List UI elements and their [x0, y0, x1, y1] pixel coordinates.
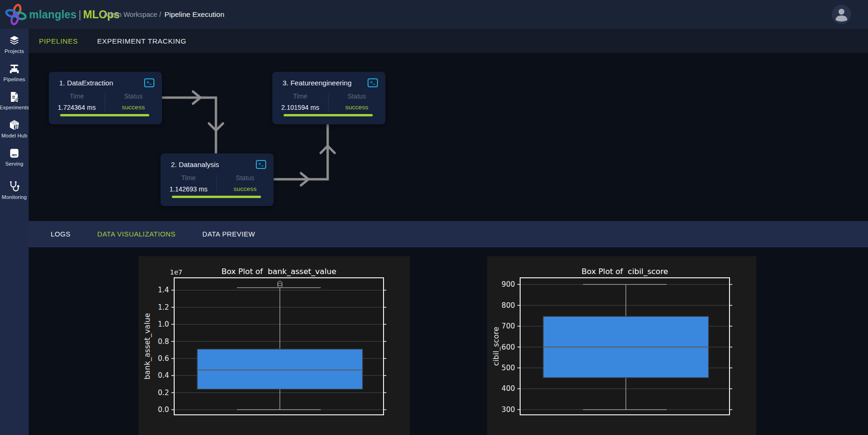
pipeline-node-dataextraction[interactable]: 1. DataExtraction >_ Time 1.724364 ms St… [49, 72, 162, 124]
brand-name: mlangles [29, 8, 77, 21]
breadcrumb: Adam Workspace / Pipeline Execution [104, 0, 224, 29]
app-screen: mlangles | MLOps Adam Workspace / Pipeli… [0, 0, 868, 435]
layers-icon [8, 35, 20, 46]
time-value: 2.101594 ms [272, 104, 328, 111]
node-title: 3. Featureengineering [283, 79, 352, 87]
detail-tab-bar: LOGS DATA VISUALIZATIONS DATA PREVIEW [29, 221, 868, 247]
document-edit-icon [8, 91, 20, 103]
pipeline-tab-bar: PIPELINES EXPERIMENT TRACKING [29, 29, 868, 53]
node-title: 1. DataExtraction [59, 79, 113, 87]
progress-bar [284, 114, 373, 116]
time-value: 1.142693 ms [161, 185, 216, 193]
svg-text:400: 400 [501, 384, 515, 393]
cube-icon [8, 119, 20, 131]
status-badge: success [216, 185, 274, 192]
sidebar-item-model-hub[interactable]: Model Hub [0, 119, 29, 138]
time-label: Time [161, 174, 216, 182]
sidebar-item-label: Monitoring [2, 194, 27, 200]
sidebar-item-monitoring[interactable]: Monitoring [0, 181, 29, 200]
progress-bar [60, 114, 149, 116]
brand-logo[interactable]: mlangles | MLOps [5, 3, 120, 26]
tab-pipelines[interactable]: PIPELINES [39, 37, 78, 45]
svg-text:1.2: 1.2 [158, 303, 169, 312]
svg-text:bank_asset_value: bank_asset_value [143, 313, 152, 380]
time-value: 1.724364 ms [49, 104, 105, 111]
user-avatar[interactable] [832, 5, 851, 24]
pipeline-canvas: 1. DataExtraction >_ Time 1.724364 ms St… [29, 53, 868, 221]
svg-text:600: 600 [501, 343, 515, 351]
sidebar-item-serving[interactable]: Serving [0, 147, 29, 167]
tab-data-visualizations[interactable]: DATA VISUALIZATIONS [97, 230, 176, 238]
svg-text:0.8: 0.8 [158, 337, 169, 346]
svg-text:Box Plot of bank_asset_value: Box Plot of bank_asset_value [222, 267, 337, 276]
svg-text:500: 500 [501, 364, 515, 372]
chart-card-cibil-score: 300400500600700800900Box Plot of cibil_s… [487, 256, 756, 435]
svg-text:0.0: 0.0 [158, 405, 169, 414]
status-label: Status [216, 174, 274, 182]
stethoscope-icon [8, 181, 20, 192]
status-badge: success [328, 104, 385, 111]
box-plot-cibil-score: 300400500600700800900Box Plot of cibil_s… [487, 256, 756, 435]
sidebar-item-label: Model Hub [1, 133, 27, 138]
svg-text:0.2: 0.2 [158, 389, 169, 397]
sidebar-item-experiments[interactable]: Experiments [0, 91, 29, 110]
svg-text:0.6: 0.6 [158, 354, 169, 363]
sidebar-item-projects[interactable]: Projects [0, 35, 29, 54]
user-avatar-icon [832, 5, 851, 24]
status-badge: success [105, 104, 162, 111]
terminal-icon[interactable]: >_ [256, 160, 266, 169]
app-header: mlangles | MLOps Adam Workspace / Pipeli… [0, 0, 868, 29]
data-visualizations-panel: 0.00.20.40.60.81.01.21.4Box Plot of bank… [29, 247, 868, 435]
tab-data-preview[interactable]: DATA PREVIEW [202, 230, 255, 238]
sidebar-item-label: Experiments [0, 105, 29, 110]
svg-text:700: 700 [501, 322, 515, 330]
breadcrumb-workspace[interactable]: Adam Workspace / [104, 11, 161, 18]
tab-experiment-tracking[interactable]: EXPERIMENT TRACKING [97, 37, 186, 45]
sidebar-item-label: Projects [5, 48, 24, 54]
valve-icon [8, 63, 20, 75]
node-title: 2. Dataanalysis [171, 160, 219, 168]
svg-text:300: 300 [501, 405, 515, 414]
terminal-icon[interactable]: >_ [144, 78, 154, 87]
pipeline-node-dataanalysis[interactable]: 2. Dataanalysis >_ Time 1.142693 ms Stat… [161, 153, 274, 206]
time-label: Time [49, 92, 105, 100]
svg-text:900: 900 [501, 280, 515, 289]
svg-text:1.0: 1.0 [158, 320, 169, 328]
sidebar-item-label: Pipelines [3, 76, 25, 82]
brand-separator: | [78, 8, 81, 21]
terminal-icon[interactable]: >_ [368, 78, 378, 87]
mlangles-logo-icon [2, 1, 30, 29]
svg-text:1.4: 1.4 [158, 286, 169, 294]
svg-text:cibil_score: cibil_score [492, 327, 501, 366]
tab-logs[interactable]: LOGS [51, 230, 70, 238]
pipeline-node-featureengineering[interactable]: 3. Featureengineering >_ Time 2.101594 m… [272, 72, 385, 124]
svg-text:0.4: 0.4 [158, 371, 169, 380]
status-label: Status [105, 92, 162, 100]
server-icon [8, 147, 20, 159]
page-title: Pipeline Execution [164, 10, 224, 19]
svg-text:1e7: 1e7 [170, 268, 182, 276]
sidebar-nav: Projects Pipelines Experiments [0, 29, 29, 435]
svg-text:Box Plot of cibil_score: Box Plot of cibil_score [582, 267, 668, 276]
progress-bar [172, 196, 261, 198]
time-label: Time [272, 92, 328, 100]
box-plot-bank-asset-value: 0.00.20.40.60.81.01.21.4Box Plot of bank… [138, 256, 410, 435]
sidebar-item-pipelines[interactable]: Pipelines [0, 63, 29, 82]
sidebar-item-label: Serving [5, 161, 23, 167]
svg-text:800: 800 [501, 301, 515, 310]
chart-card-bank-asset-value: 0.00.20.40.60.81.01.21.4Box Plot of bank… [138, 256, 410, 435]
status-label: Status [328, 92, 385, 100]
